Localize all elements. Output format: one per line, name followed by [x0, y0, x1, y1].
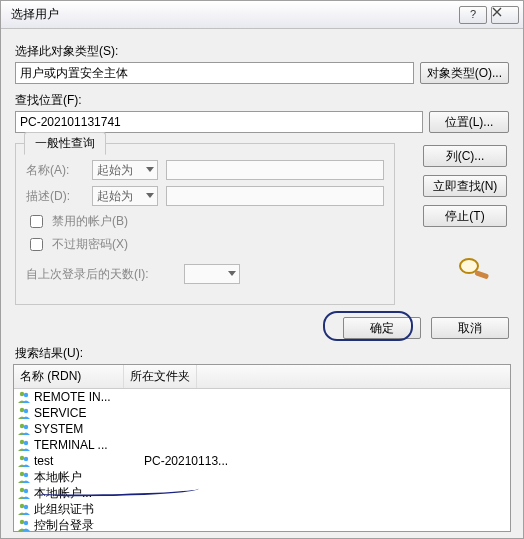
location-label: 查找位置(F): — [15, 92, 509, 109]
desc-match-combo[interactable]: 起始为 — [92, 186, 158, 206]
disabled-accounts-input[interactable] — [30, 215, 43, 228]
nonexpiring-password-input[interactable] — [30, 238, 43, 251]
user-group-icon — [16, 518, 32, 531]
svg-point-6 — [20, 424, 24, 428]
days-since-combo[interactable] — [184, 264, 240, 284]
cancel-button[interactable]: 取消 — [431, 317, 509, 339]
ok-button[interactable]: 确定 — [343, 317, 421, 339]
results-label: 搜索结果(U): — [1, 345, 523, 362]
user-group-icon — [16, 470, 32, 484]
item-name: TERMINAL ... — [34, 438, 144, 452]
list-item[interactable]: 本地帐户... — [14, 485, 510, 501]
common-queries-tab[interactable]: 一般性查询 — [24, 132, 106, 155]
svg-point-17 — [24, 505, 28, 509]
svg-point-9 — [24, 441, 28, 445]
titlebar: 选择用户 ? — [1, 1, 523, 29]
list-item[interactable]: 此组织证书 — [14, 501, 510, 517]
list-item[interactable]: REMOTE IN... — [14, 389, 510, 405]
list-item[interactable]: testPC-20210113... — [14, 453, 510, 469]
list-item[interactable]: 控制台登录 — [14, 517, 510, 531]
disabled-accounts-checkbox[interactable]: 禁用的帐户(B) — [26, 212, 384, 231]
svg-rect-1 — [474, 270, 489, 279]
user-group-icon — [16, 486, 32, 500]
help-button[interactable]: ? — [459, 6, 487, 24]
nonexpiring-password-label: 不过期密码(X) — [52, 236, 128, 253]
svg-point-19 — [24, 521, 28, 525]
name-label: 名称(A): — [26, 162, 84, 179]
item-name: 此组织证书 — [34, 501, 144, 518]
columns-button[interactable]: 列(C)... — [423, 145, 507, 167]
user-group-icon — [16, 438, 32, 452]
user-group-icon — [16, 406, 32, 420]
svg-point-2 — [20, 392, 24, 396]
user-group-icon — [16, 390, 32, 404]
item-folder: PC-20210113... — [144, 454, 508, 468]
content-area: 选择此对象类型(S): 用户或内置安全主体 对象类型(O)... 查找位置(F)… — [1, 29, 523, 311]
results-list[interactable]: 名称 (RDN) 所在文件夹 REMOTE IN...SERVICESYSTEM… — [13, 364, 511, 532]
locations-button[interactable]: 位置(L)... — [429, 111, 509, 133]
search-icon — [455, 255, 495, 281]
object-types-button[interactable]: 对象类型(O)... — [420, 62, 509, 84]
select-users-dialog: 选择用户 ? 选择此对象类型(S): 用户或内置安全主体 对象类型(O)... … — [0, 0, 524, 539]
svg-point-8 — [20, 440, 24, 444]
user-group-icon — [16, 502, 32, 516]
svg-point-4 — [20, 408, 24, 412]
name-input[interactable] — [166, 160, 384, 180]
svg-point-16 — [20, 504, 24, 508]
item-name: 控制台登录 — [34, 517, 144, 532]
side-buttons: 列(C)... 立即查找(N) 停止(T) — [423, 145, 507, 227]
svg-point-7 — [24, 425, 28, 429]
svg-point-14 — [20, 488, 24, 492]
object-type-field: 用户或内置安全主体 — [15, 62, 414, 84]
list-item[interactable]: TERMINAL ... — [14, 437, 510, 453]
list-item[interactable]: SERVICE — [14, 405, 510, 421]
item-name: SYSTEM — [34, 422, 144, 436]
svg-point-12 — [20, 472, 24, 476]
days-since-label: 自上次登录后的天数(I): — [26, 266, 176, 283]
svg-point-11 — [24, 457, 28, 461]
user-group-icon — [16, 422, 32, 436]
object-type-label: 选择此对象类型(S): — [15, 43, 509, 60]
results-rows[interactable]: REMOTE IN...SERVICESYSTEMTERMINAL ...tes… — [14, 389, 510, 531]
svg-point-18 — [20, 520, 24, 524]
svg-point-15 — [24, 489, 28, 493]
item-name: SERVICE — [34, 406, 144, 420]
svg-point-5 — [24, 409, 28, 413]
dialog-buttons: 确定 取消 — [1, 311, 523, 343]
col-folder[interactable]: 所在文件夹 — [124, 365, 197, 388]
svg-point-0 — [460, 259, 478, 273]
svg-point-3 — [24, 393, 28, 397]
desc-input[interactable] — [166, 186, 384, 206]
name-match-combo[interactable]: 起始为 — [92, 160, 158, 180]
find-now-button[interactable]: 立即查找(N) — [423, 175, 507, 197]
svg-point-10 — [20, 456, 24, 460]
common-queries-group: 一般性查询 名称(A): 起始为 描述(D): 起始为 禁用的帐户(B) 不过期… — [15, 143, 395, 305]
stop-button[interactable]: 停止(T) — [423, 205, 507, 227]
list-item[interactable]: SYSTEM — [14, 421, 510, 437]
item-name: test — [34, 454, 144, 468]
desc-label: 描述(D): — [26, 188, 84, 205]
results-header: 名称 (RDN) 所在文件夹 — [14, 365, 510, 389]
close-button[interactable] — [491, 6, 519, 24]
item-name: 本地帐户... — [34, 485, 144, 502]
dialog-title: 选择用户 — [11, 6, 455, 23]
user-group-icon — [16, 454, 32, 468]
item-name: REMOTE IN... — [34, 390, 144, 404]
nonexpiring-password-checkbox[interactable]: 不过期密码(X) — [26, 235, 384, 254]
item-name: 本地帐户 — [34, 469, 144, 486]
location-field: PC-202101131741 — [15, 111, 423, 133]
disabled-accounts-label: 禁用的帐户(B) — [52, 213, 128, 230]
list-item[interactable]: 本地帐户 — [14, 469, 510, 485]
svg-point-13 — [24, 473, 28, 477]
col-name[interactable]: 名称 (RDN) — [14, 365, 124, 388]
